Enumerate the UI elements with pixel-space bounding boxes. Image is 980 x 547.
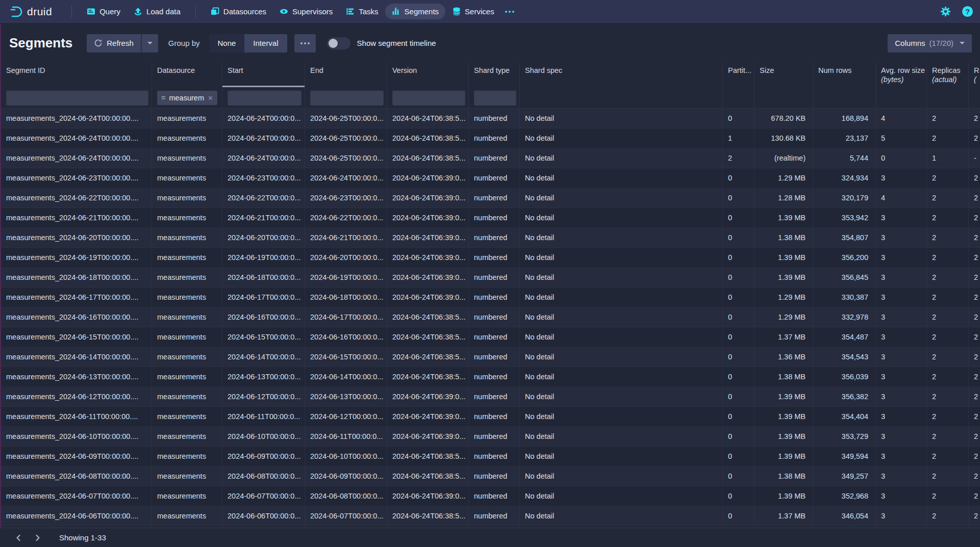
cell-partition: 0 xyxy=(723,268,755,288)
table-row[interactable]: measurements_2024-06-08T00:00:00....meas… xyxy=(1,466,980,486)
nav-item-label: Load data xyxy=(146,7,181,16)
cell-datasource: measurements xyxy=(152,148,222,168)
toggle-knob xyxy=(329,39,338,48)
cell-replication_factor_clipped: 2 xyxy=(969,228,980,248)
cell-shard_spec: No detail xyxy=(520,447,723,466)
cell-segment_id: measurements_2024-06-19T00:00:00.... xyxy=(1,248,152,268)
nav-item-query[interactable]: Query xyxy=(80,4,127,19)
druid-logo[interactable]: druid xyxy=(9,5,52,18)
group-by-none-button[interactable]: None xyxy=(209,34,245,53)
previous-page-button[interactable] xyxy=(11,531,26,545)
datasource-filter-chip[interactable]: =measurem✕ xyxy=(157,91,217,105)
more-actions-button[interactable] xyxy=(294,34,316,53)
table-row[interactable]: measurements_2024-06-14T00:00:00....meas… xyxy=(1,347,980,367)
next-page-button[interactable] xyxy=(31,531,45,545)
filter-input-segment_id[interactable] xyxy=(6,90,148,106)
table-row[interactable]: measurements_2024-06-09T00:00:00....meas… xyxy=(1,447,980,466)
nav-divider xyxy=(195,6,196,18)
cell-avg_row_size: 5 xyxy=(876,128,927,148)
cell-partition: 0 xyxy=(723,248,755,268)
filter-input-start[interactable] xyxy=(228,90,301,106)
table-row[interactable]: measurements_2024-06-11T00:00:00....meas… xyxy=(1,407,980,427)
table-row[interactable]: measurements_2024-06-15T00:00:00....meas… xyxy=(1,327,980,347)
table-row[interactable]: measurements_2024-06-24T00:00:00....meas… xyxy=(1,128,980,148)
cell-end: 2024-06-19T00:00:0... xyxy=(305,268,387,288)
segments-icon xyxy=(392,7,400,16)
cell-replication_factor_clipped: 2 xyxy=(969,327,980,347)
cell-partition: 0 xyxy=(723,427,755,447)
nav-item-tasks[interactable]: Tasks xyxy=(339,4,385,19)
cell-avg_row_size: 3 xyxy=(876,228,927,248)
columns-button[interactable]: Columns (17/20) xyxy=(888,34,972,53)
column-header-end[interactable]: End xyxy=(305,62,387,87)
column-header-replication_factor_clipped[interactable]: R( xyxy=(969,62,980,87)
cell-datasource: measurements xyxy=(152,188,222,208)
table-row[interactable]: measurements_2024-06-19T00:00:00....meas… xyxy=(1,248,980,268)
nav-more-button[interactable] xyxy=(501,7,518,16)
table-row[interactable]: measurements_2024-06-16T00:00:00....meas… xyxy=(1,307,980,327)
close-icon[interactable]: ✕ xyxy=(208,94,213,102)
cell-end: 2024-06-11T00:00:0... xyxy=(305,427,387,447)
page-title: Segments xyxy=(9,35,72,51)
table-row[interactable]: measurements_2024-06-24T00:00:00....meas… xyxy=(1,148,980,168)
cell-start: 2024-06-24T00:00:0... xyxy=(222,109,305,128)
column-header-shard_type[interactable]: Shard type xyxy=(469,62,520,87)
table-row[interactable]: measurements_2024-06-20T00:00:00....meas… xyxy=(1,228,980,248)
segments-toolbar: Segments Refresh Group by None Interval xyxy=(1,24,980,62)
cell-partition: 0 xyxy=(723,367,755,387)
cell-replicas: 2 xyxy=(927,347,969,367)
group-by-label: Group by xyxy=(168,39,200,47)
column-header-partition[interactable]: Partit... xyxy=(723,62,755,87)
cell-end: 2024-06-13T00:00:0... xyxy=(305,387,387,407)
help-icon[interactable]: ? xyxy=(962,6,973,17)
nav-item-services[interactable]: Services xyxy=(445,4,501,19)
cell-start: 2024-06-20T00:00:0... xyxy=(222,228,305,248)
column-header-shard_spec[interactable]: Shard spec xyxy=(520,62,723,87)
group-by-interval-button[interactable]: Interval xyxy=(244,34,287,53)
cell-num_rows: 356,200 xyxy=(813,248,876,268)
table-row[interactable]: measurements_2024-06-21T00:00:00....meas… xyxy=(1,208,980,228)
cell-replicas: 2 xyxy=(927,486,969,506)
refresh-button[interactable]: Refresh xyxy=(87,34,142,53)
table-row[interactable]: measurements_2024-06-24T00:00:00....meas… xyxy=(1,109,980,128)
filter-cell-shard_spec xyxy=(520,87,723,108)
cell-shard_spec: No detail xyxy=(520,268,723,288)
cell-partition: 0 xyxy=(723,168,755,188)
segment-timeline-toggle[interactable] xyxy=(327,37,350,49)
table-row[interactable]: measurements_2024-06-07T00:00:00....meas… xyxy=(1,486,980,506)
cell-shard_spec: No detail xyxy=(520,208,723,228)
nav-item-load-data[interactable]: Load data xyxy=(127,4,187,19)
filter-input-version[interactable] xyxy=(392,90,465,106)
column-header-datasource[interactable]: Datasource xyxy=(152,62,222,87)
cell-shard_spec: No detail xyxy=(520,248,723,268)
nav-item-segments[interactable]: Segments xyxy=(385,4,446,19)
table-row[interactable]: measurements_2024-06-18T00:00:00....meas… xyxy=(1,268,980,288)
table-row[interactable]: measurements_2024-06-06T00:00:00....meas… xyxy=(1,506,980,526)
column-header-segment_id[interactable]: Segment ID xyxy=(1,62,152,87)
nav-item-supervisors[interactable]: Supervisors xyxy=(273,4,339,19)
column-header-version[interactable]: Version xyxy=(387,62,469,87)
filter-input-shard_type[interactable] xyxy=(474,90,516,106)
cell-end: 2024-06-17T00:00:0... xyxy=(305,307,387,327)
cell-shard_spec: No detail xyxy=(520,347,723,367)
filter-input-end[interactable] xyxy=(310,90,384,106)
column-header-replicas[interactable]: Replicas(actual) xyxy=(927,62,969,87)
cell-partition: 0 xyxy=(723,288,755,307)
nav-item-datasources[interactable]: Datasources xyxy=(204,4,273,19)
table-row[interactable]: measurements_2024-06-13T00:00:00....meas… xyxy=(1,367,980,387)
cell-avg_row_size: 3 xyxy=(876,288,927,307)
tasks-icon xyxy=(346,7,355,16)
cell-avg_row_size: 3 xyxy=(876,168,927,188)
column-header-size[interactable]: Size xyxy=(755,62,813,87)
table-row[interactable]: measurements_2024-06-22T00:00:00....meas… xyxy=(1,188,980,208)
table-row[interactable]: measurements_2024-06-10T00:00:00....meas… xyxy=(1,427,980,447)
table-row[interactable]: measurements_2024-06-17T00:00:00....meas… xyxy=(1,288,980,307)
gear-icon[interactable] xyxy=(940,6,951,17)
column-header-num_rows[interactable]: Num rows xyxy=(813,62,876,87)
cell-shard_type: numbered xyxy=(469,506,520,526)
column-header-avg_row_size[interactable]: Avg. row size(bytes) xyxy=(876,62,927,87)
column-header-start[interactable]: Start xyxy=(222,62,305,87)
table-row[interactable]: measurements_2024-06-23T00:00:00....meas… xyxy=(1,168,980,188)
table-row[interactable]: measurements_2024-06-12T00:00:00....meas… xyxy=(1,387,980,407)
refresh-dropdown-button[interactable] xyxy=(142,34,158,53)
